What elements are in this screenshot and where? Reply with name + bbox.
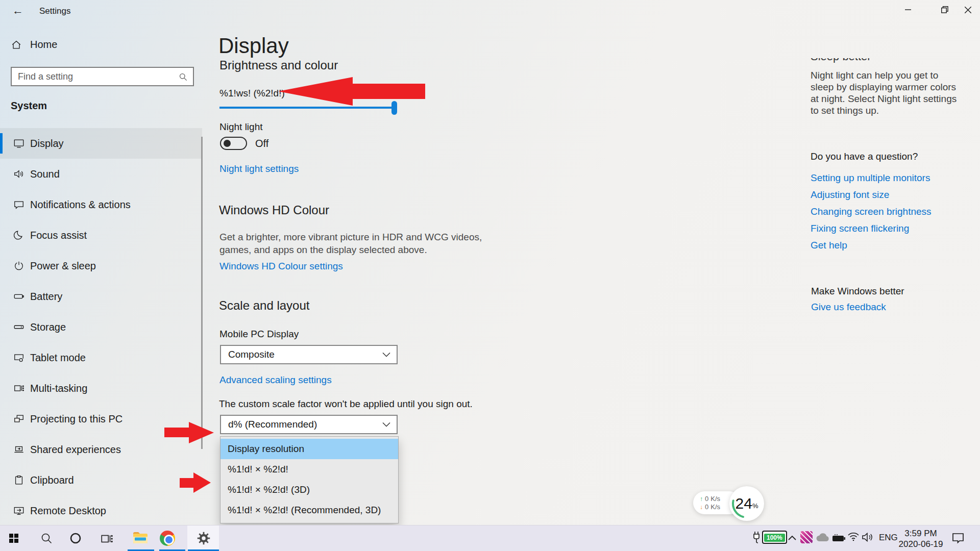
remote-desktop-icon: [13, 505, 24, 516]
help-link-multiple-monitors[interactable]: Setting up multiple monitors: [811, 172, 932, 183]
battery-status-widget[interactable]: 100%: [752, 531, 787, 544]
search-icon[interactable]: [178, 72, 188, 82]
help-link-get-help[interactable]: Get help: [811, 240, 932, 251]
annotation-arrow-left-icon: [278, 77, 425, 106]
sidebar-section-system: System: [11, 100, 47, 112]
sidebar-item-focus-assist[interactable]: Focus assist: [0, 220, 202, 251]
sidebar-item-remote-desktop[interactable]: Remote Desktop: [0, 495, 202, 526]
home-label: Home: [30, 39, 57, 51]
volume-icon[interactable]: [862, 532, 875, 543]
storage-icon: [13, 321, 24, 333]
tablet-mode-icon: [13, 352, 24, 363]
chevron-down-icon: [382, 352, 390, 357]
sidebar-nav: Display Sound Notifications & actions Fo…: [0, 128, 202, 526]
search-box: [11, 67, 194, 86]
cortana-icon[interactable]: [69, 532, 82, 544]
night-light-settings-link[interactable]: Night light settings: [219, 163, 299, 174]
sidebar-item-clipboard[interactable]: Clipboard: [0, 465, 202, 495]
memory-percent-widget[interactable]: 24%: [729, 486, 764, 521]
sidebar-item-multi-tasking[interactable]: Multi-tasking: [0, 373, 202, 404]
action-center-icon[interactable]: [951, 532, 965, 544]
download-arrow-icon: ↓: [700, 504, 703, 511]
hd-colour-heading: Windows HD Colour: [219, 203, 329, 217]
dropdown-option[interactable]: %1!d! × %2!d! (3D): [220, 480, 398, 500]
display-icon: [13, 138, 24, 149]
night-light-state: Off: [255, 138, 268, 149]
minimize-icon: [905, 7, 911, 13]
feedback-link[interactable]: Give us feedback: [811, 302, 886, 313]
scale-dropdown[interactable]: d% (Recommended): [220, 415, 398, 434]
minimize-button[interactable]: [896, 0, 920, 19]
scale-factor-note: The custom scale factor won't be applied…: [219, 398, 473, 410]
mobile-display-dropdown[interactable]: Composite: [220, 345, 398, 364]
help-clipped-heading: Sleep better: [811, 58, 928, 64]
sidebar-item-display[interactable]: Display: [0, 128, 202, 159]
night-light-label: Night light: [219, 121, 263, 133]
sidebar-item-sound[interactable]: Sound: [0, 159, 202, 189]
help-link-flickering[interactable]: Fixing screen flickering: [811, 223, 932, 234]
tray-app-icon[interactable]: [800, 531, 813, 543]
date: 2020-06-19: [896, 539, 945, 549]
help-link-brightness[interactable]: Changing screen brightness: [811, 206, 932, 217]
clipboard-icon: [13, 474, 24, 486]
taskbar-search-icon[interactable]: [39, 531, 54, 546]
close-button[interactable]: [956, 0, 979, 19]
wifi-icon[interactable]: [847, 532, 860, 542]
hd-colour-settings-link[interactable]: Windows HD Colour settings: [219, 261, 343, 272]
scrollbar[interactable]: [201, 137, 203, 449]
page-title: Display: [218, 34, 289, 58]
back-button[interactable]: ←: [10, 4, 26, 17]
help-links: Setting up multiple monitors Adjusting f…: [811, 172, 932, 257]
language-indicator[interactable]: ENG: [879, 533, 898, 543]
hd-colour-description: Get a brighter, more vibrant picture in …: [219, 231, 495, 256]
power-icon: [13, 260, 24, 271]
shared-experiences-icon: [13, 444, 24, 455]
chevron-down-icon: [382, 422, 390, 427]
sidebar-item-battery[interactable]: Battery: [0, 281, 202, 312]
onedrive-cloud-icon[interactable]: [815, 533, 830, 543]
sidebar-item-shared-experiences[interactable]: Shared experiences: [0, 434, 202, 465]
clock[interactable]: 3:59 PM 2020-06-19: [896, 528, 945, 549]
toggle-knob: [224, 140, 231, 147]
dropdown-option[interactable]: %1!d! × %2!d!: [220, 459, 398, 480]
brightness-slider-label: %1!ws! (%2!d!): [219, 88, 285, 99]
sidebar-item-projecting[interactable]: Projecting to this PC: [0, 404, 202, 434]
dropdown-option[interactable]: %1!d! × %2!d! (Recommended, 3D): [220, 500, 398, 520]
sidebar-item-home[interactable]: Home: [11, 39, 57, 51]
battery-icon: [13, 291, 24, 302]
file-explorer-icon[interactable]: [132, 531, 149, 545]
focus-assist-icon: [13, 230, 24, 241]
notifications-icon: [13, 199, 24, 210]
advanced-scaling-link[interactable]: Advanced scaling settings: [219, 374, 332, 386]
home-icon: [11, 39, 22, 51]
search-input[interactable]: [12, 71, 178, 82]
sidebar-item-storage[interactable]: Storage: [0, 312, 202, 342]
help-link-font-size[interactable]: Adjusting font size: [811, 189, 932, 200]
settings-gear-icon[interactable]: [197, 531, 211, 545]
time: 3:59 PM: [896, 528, 945, 539]
multi-tasking-icon: [13, 383, 24, 394]
sidebar-item-power-sleep[interactable]: Power & sleep: [0, 251, 202, 281]
night-light-tip: Night light can help you get to sleep by…: [811, 69, 963, 116]
tray-battery-icon[interactable]: [831, 533, 846, 543]
sound-icon: [13, 168, 24, 180]
tray-chevron-up-icon[interactable]: [788, 535, 797, 541]
question-heading: Do you have a question?: [811, 151, 918, 162]
make-windows-better-heading: Make Windows better: [811, 286, 904, 297]
chrome-icon[interactable]: [160, 531, 175, 546]
sidebar-item-tablet-mode[interactable]: Tablet mode: [0, 342, 202, 373]
mobile-display-label: Mobile PC Display: [219, 329, 299, 340]
sidebar-item-notifications[interactable]: Notifications & actions: [0, 189, 202, 220]
night-light-toggle[interactable]: [220, 137, 247, 150]
brightness-slider[interactable]: [219, 107, 395, 109]
plug-icon: [752, 531, 761, 544]
battery-percent-badge: 100%: [762, 531, 787, 544]
dropdown-option-selected[interactable]: Display resolution: [220, 439, 398, 459]
restore-button[interactable]: [933, 0, 957, 19]
brightness-heading: Brightness and colour: [219, 58, 338, 72]
brightness-slider-thumb[interactable]: [391, 101, 397, 115]
projecting-icon: [13, 413, 24, 424]
close-icon: [965, 7, 971, 13]
task-view-icon[interactable]: [100, 532, 113, 545]
start-button[interactable]: [9, 534, 18, 543]
